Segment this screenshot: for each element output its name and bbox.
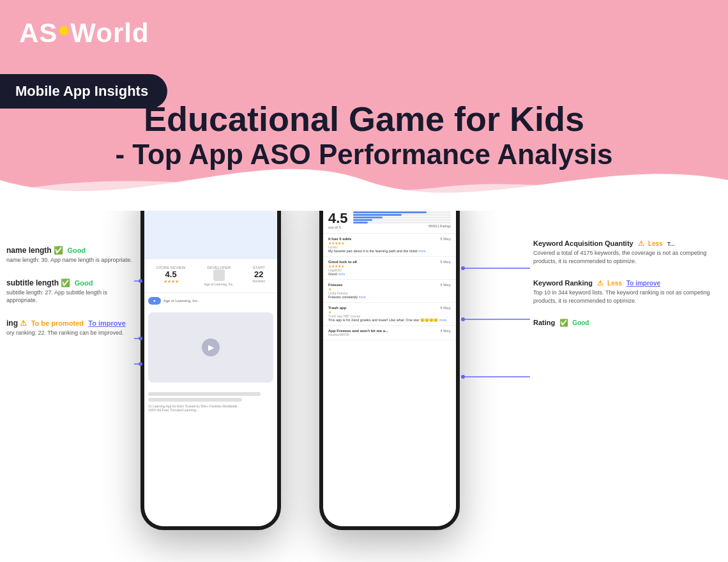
mobile-app-insights-badge: Mobile App Insights xyxy=(0,74,167,109)
kw-rank-title: Keyword Ranking xyxy=(533,279,593,287)
big-rating: 4.5 xyxy=(328,211,348,225)
ranking-improve: To improve xyxy=(88,319,125,327)
subtitle-length-desc: subtitle length: 27. App subtitle length… xyxy=(6,289,132,305)
badge-label: Mobile App Insights xyxy=(15,83,148,99)
ranking-status: To be promoted xyxy=(31,319,84,327)
phone-stats-row: STORE REVIEW 4.5 ★★★★ DEVELOPER Age of L… xyxy=(144,259,277,293)
rating-value: 4.5 xyxy=(156,270,186,279)
left-annotations: name length ✅ Good name length: 30. App … xyxy=(0,246,137,351)
hero-title-line2: - Top App ASO Performance Analysis xyxy=(13,139,715,171)
phone-right-screen: #1 Learning App for Kids! Trusted by 50m… xyxy=(323,211,456,526)
logo: AS World xyxy=(19,18,149,49)
phone-left-screen: STORE REVIEW 4.5 ★★★★ DEVELOPER Age of L… xyxy=(144,211,277,526)
kw-acq-status: Less xyxy=(648,240,663,247)
keyword-ranking-annotation: Keyword Ranking ⚠ Less To improve Top 10… xyxy=(533,279,718,305)
hero-section: AS World Mobile App Insights Educational… xyxy=(0,0,728,217)
hero-title: Educational Game for Kids - Top App ASO … xyxy=(0,99,728,171)
rating-annotation: Rating ✅ Good xyxy=(533,319,718,327)
logo-dot-icon xyxy=(59,26,68,35)
rating-row: 4.5 out of 5 850911 Ratings xyxy=(323,211,456,234)
subtitle-length-annotation: subtitle length ✅ Good subtitle length: … xyxy=(6,278,132,305)
name-length-title: name length xyxy=(6,246,52,255)
play-button[interactable]: ▶ xyxy=(202,338,220,356)
content-area: STORE REVIEW 4.5 ★★★★ DEVELOPER Age of L… xyxy=(0,211,728,562)
logo-text2: World xyxy=(70,18,149,49)
rating-status: Good xyxy=(572,319,589,326)
kw-acq-desc: Covered a total of 4175 keywords, the co… xyxy=(533,249,718,265)
logo-text: AS xyxy=(19,18,57,49)
phone-video-area: ▶ xyxy=(148,312,273,383)
name-length-desc: name length: 30. App name length is appr… xyxy=(6,256,132,264)
subtitle-length-status: Good xyxy=(75,279,93,287)
review-item-2: Good luck to all 5 May ★★★★★ LegallyID G… xyxy=(323,257,456,280)
kw-rank-status: Less xyxy=(607,280,622,287)
rating-title: Rating xyxy=(533,319,555,326)
ranking-value: 22 xyxy=(252,270,265,279)
phone-right: #1 Learning App for Kids! Trusted by 50m… xyxy=(319,211,460,530)
svg-point-9 xyxy=(461,317,465,321)
kw-rank-desc: Top 10 in 344 keyword lists. The keyword… xyxy=(533,289,718,305)
rating-stars: ★★★★ xyxy=(156,279,186,284)
review-item-1: It has 0 adds 5 May ★★★★★ Iuchhc My favo… xyxy=(323,234,456,257)
svg-point-7 xyxy=(461,266,465,270)
toggle-pill[interactable]: ● xyxy=(148,297,161,305)
review-item-3: Freezes 5 May ★ Linda Keeslar Freezes co… xyxy=(323,280,456,303)
ranking-desc: ory ranking: 22. The ranking can be impr… xyxy=(6,329,132,337)
total-ratings: 850911 Ratings xyxy=(353,224,451,228)
review-item-5: App Freezes and won't let me a... 4 May … xyxy=(323,326,456,340)
name-length-annotation: name length ✅ Good name length: 30. App … xyxy=(6,246,132,264)
review-item-4: Trash app 5 May ★ Trash app ABC mouse Th… xyxy=(323,303,456,326)
developer-avatar xyxy=(213,270,225,281)
subtitle-length-title: subtitle length xyxy=(6,278,59,287)
phone-left: STORE REVIEW 4.5 ★★★★ DEVELOPER Age of L… xyxy=(140,211,281,530)
kw-acq-title: Keyword Acquisition Quantity xyxy=(533,239,633,247)
svg-point-11 xyxy=(461,375,465,379)
right-annotations: Keyword Acquisition Quantity ⚠ Less T...… xyxy=(527,239,728,341)
ranking-annotation: ing ⚠ To be promoted To improve ory rank… xyxy=(6,319,132,337)
kw-rank-improve: To improve xyxy=(626,280,660,287)
keyword-acquisition-annotation: Keyword Acquisition Quantity ⚠ Less T...… xyxy=(533,239,718,265)
name-length-status: Good xyxy=(67,247,86,254)
